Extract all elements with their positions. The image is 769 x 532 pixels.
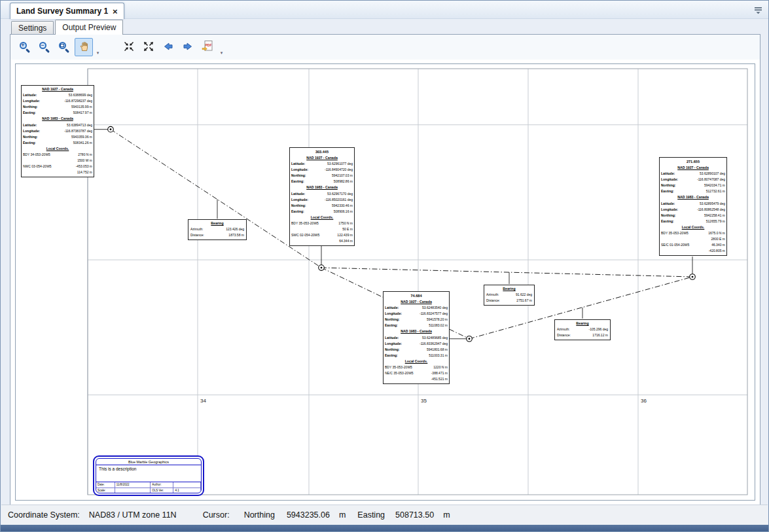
- window-menu-icon[interactable]: [754, 5, 762, 17]
- survey-map: [16, 64, 755, 500]
- distance-value: 2751.67 m: [516, 298, 532, 304]
- zoom-window-button[interactable]: [55, 38, 73, 56]
- coord-label: Longitude:: [661, 207, 678, 213]
- survey-point-card: NAD 1927 - CanadaLatitude:53.6388699 deg…: [21, 85, 94, 177]
- section-header: NAD 1927 - Canada: [385, 299, 448, 305]
- doc-tab-land-survey-summary[interactable]: Land Survey Summary 1 ×: [10, 3, 124, 19]
- coord-label: Latitude:: [23, 122, 37, 128]
- svg-text:PDF: PDF: [205, 43, 211, 47]
- coord-value: -116.83247577 deg: [420, 311, 448, 317]
- zoom-out-button[interactable]: −: [35, 38, 54, 56]
- bearing-header: Bearing: [557, 321, 608, 327]
- coord-value: 64.344 m: [339, 238, 353, 244]
- azimuth-label: Azimuth:: [486, 292, 499, 298]
- coord-row: 1500 W m: [23, 158, 92, 164]
- coord-value: 53.62961077 deg: [327, 161, 353, 167]
- coord-label: Easting:: [661, 219, 674, 224]
- zoom-out-icon: −: [39, 42, 50, 53]
- coord-value: 5942107.03 m: [332, 173, 353, 179]
- tab-settings[interactable]: Settings: [11, 21, 54, 34]
- coord-value: 508906.16 m: [334, 209, 353, 215]
- azimuth-value: -105.296 deg: [589, 327, 608, 332]
- previous-view-button[interactable]: [159, 38, 177, 56]
- coord-label: Northing:: [385, 317, 400, 323]
- coord-row: Latitude:53.6388699 deg: [23, 92, 92, 98]
- northing-value: 5943235.06: [287, 510, 330, 520]
- coord-row: Northing:5941578.20 m: [385, 317, 448, 323]
- app-window: Land Survey Summary 1 × Settings Output …: [0, 0, 769, 532]
- bearing-card: Bearing Azimuth:-105.296 deg Distance:17…: [554, 319, 611, 340]
- coord-label: Latitude:: [291, 161, 305, 167]
- coord-row: NWC 03-054-20W5-453.053 m: [23, 164, 92, 169]
- coord-value: 511003.31 m: [429, 353, 448, 359]
- coord-value: 53.63894713 deg: [67, 122, 92, 128]
- toolbar-overflow-icon-2[interactable]: ▾: [218, 39, 225, 56]
- coord-value: 53.62890107 deg: [700, 171, 725, 177]
- azimuth-value: 91.622 deg: [516, 292, 532, 298]
- coord-label: Latitude:: [661, 171, 675, 177]
- coord-value: 5942258.41 m: [704, 213, 725, 219]
- export-pdf-button[interactable]: PDF: [198, 38, 217, 56]
- version-value: 4.1: [173, 488, 201, 493]
- coord-label: BDY 35-053-20W5: [661, 230, 689, 236]
- coord-row: Latitude:53.62890107 deg: [661, 171, 725, 177]
- next-view-button[interactable]: [179, 38, 197, 56]
- coord-row: Easting:508417.97 m: [23, 110, 92, 116]
- document-tab-bar: Land Survey Summary 1 ×: [1, 1, 768, 19]
- survey-point-card: 74.684NAD 1927 - CanadaLatitude:53.62483…: [383, 291, 450, 384]
- grid-lines: [88, 69, 747, 495]
- coord-row: BDY 35-053-20W51220 N m: [385, 364, 448, 370]
- coord-row: -451.521 m: [385, 376, 448, 382]
- coord-row: Northing:5942107.03 m: [291, 173, 353, 179]
- coord-value: 2780 N m: [78, 152, 92, 158]
- coord-label: Latitude:: [23, 92, 37, 98]
- coord-label: BDY 35-053-20W5: [385, 364, 412, 370]
- coord-row: Longitude:-116.83362947 deg: [385, 341, 448, 347]
- output-preview-panel: + − ▾: [10, 34, 760, 505]
- close-tab-icon[interactable]: ×: [113, 7, 118, 16]
- arrow-right-icon: [182, 41, 194, 54]
- arrows-outward-icon: [143, 41, 154, 54]
- coord-value: 1220 N m: [433, 364, 448, 370]
- coord-row: Longitude:-116.84904720 deg: [291, 167, 353, 173]
- coord-row: Longitude:-116.85020161 deg: [291, 197, 353, 203]
- easting-value: 508713.50: [395, 510, 434, 520]
- section-header: NAD 1983 - Canada: [385, 328, 448, 334]
- coord-row: Latitude:53.62967170 deg: [291, 191, 353, 197]
- zoom-window-icon: [59, 42, 70, 53]
- zoom-full-button[interactable]: [139, 38, 158, 56]
- section-header: NAD 1927 - Canada: [291, 155, 353, 161]
- zoom-in-button[interactable]: +: [16, 38, 34, 56]
- coord-label: Easting:: [291, 179, 304, 185]
- coord-label: Easting:: [291, 209, 304, 215]
- coord-row: Northing:5942034.71 m: [661, 183, 725, 188]
- coord-label: Latitude:: [385, 305, 399, 311]
- map-neatline: [88, 69, 747, 495]
- coord-label: Northing:: [291, 173, 306, 179]
- section-header: Local Coords.: [291, 215, 353, 221]
- coord-value: 114.752 m: [77, 169, 92, 175]
- doc-tab-title: Land Survey Summary 1: [16, 7, 108, 16]
- coord-label: Northing:: [23, 134, 38, 140]
- coord-label: Easting:: [23, 140, 36, 146]
- coord-row: Northing:5942330.46 m: [291, 203, 353, 209]
- coord-row: Latitude:53.62483540 deg: [385, 305, 448, 311]
- zoom-in-icon: +: [20, 42, 31, 53]
- northing-unit: m: [339, 510, 346, 520]
- grid-label: 36: [641, 398, 647, 404]
- coord-row: Longitude:-116.80862548 deg: [661, 207, 725, 213]
- section-header: Local Coords.: [385, 359, 448, 364]
- status-bar: Coordinate System: NAD83 / UTM zone 11N …: [1, 505, 768, 525]
- survey-point-card: 271.655NAD 1927 - CanadaLatitude:53.6289…: [659, 157, 727, 256]
- toolbar-overflow-icon[interactable]: ▾: [94, 39, 101, 56]
- date-value: 11/8/2022: [115, 482, 151, 488]
- map-preview[interactable]: 34 35 36 NAD 1927 - CanadaLatitude:53.63…: [15, 63, 755, 501]
- pan-button[interactable]: [75, 38, 93, 56]
- coord-value: -116.87383787 deg: [64, 128, 92, 134]
- distance-label: Distance:: [557, 332, 571, 338]
- tab-output-preview[interactable]: Output Preview: [55, 20, 123, 35]
- coord-label: BDY 35-053-20W5: [291, 221, 319, 226]
- coord-value: -451.521 m: [431, 376, 448, 382]
- zoom-extents-button[interactable]: [120, 38, 138, 56]
- coord-value: 508417.97 m: [73, 110, 92, 116]
